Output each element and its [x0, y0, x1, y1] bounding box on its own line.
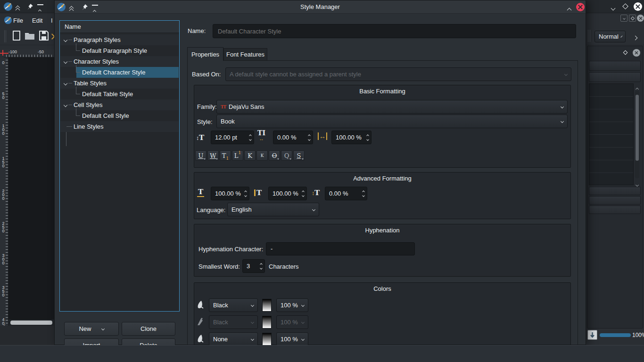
list-item[interactable] — [589, 173, 633, 173]
list-item[interactable] — [589, 160, 633, 160]
dialog-close-icon[interactable] — [576, 3, 585, 11]
language-select[interactable]: English — [227, 203, 319, 216]
palette-list[interactable] — [589, 83, 634, 185]
list-item[interactable] — [589, 147, 633, 148]
toolbar-overflow-icon[interactable] — [634, 34, 637, 41]
underline-button[interactable]: U — [195, 150, 206, 161]
stretch-spinbox[interactable]: 100.00 % — [331, 131, 372, 144]
font-family-select[interactable]: TT DejaVu Sans — [216, 100, 568, 114]
shade-icon[interactable] — [37, 4, 43, 5]
font-size-spinbox[interactable]: 12.00 pt — [211, 131, 254, 144]
background-color-select[interactable]: None — [209, 332, 258, 346]
style-tree[interactable]: Name Paragraph Styles Default Paragraph … — [59, 20, 180, 312]
fill-shade-swatch — [262, 299, 272, 312]
tree-connector — [76, 87, 80, 94]
all-caps-button[interactable]: K — [244, 150, 256, 161]
fill-shade-select[interactable]: 100 % — [276, 298, 308, 312]
tree-header[interactable]: Name — [60, 21, 179, 33]
clone-style-button[interactable]: Clone — [122, 322, 175, 336]
font-style-select[interactable]: Book — [216, 115, 568, 128]
superscript-button[interactable]: L1 — [232, 150, 243, 161]
page-down-button[interactable] — [587, 330, 597, 340]
outline-button[interactable]: Q — [281, 150, 292, 161]
based-on-select[interactable]: A default style cannot be assigned a par… — [225, 67, 571, 81]
new-document-icon[interactable] — [13, 31, 20, 41]
toolbar-handle[interactable] — [4, 30, 5, 42]
tree-item-default-table-style[interactable]: Default Table Style — [60, 89, 179, 99]
spin-up-icon[interactable] — [244, 190, 247, 193]
pin-icon[interactable] — [27, 3, 33, 10]
v-scale-spinbox[interactable]: 100.00 % — [268, 187, 307, 200]
keep-above-icon[interactable] — [16, 6, 19, 13]
style-name-input[interactable] — [213, 24, 576, 38]
tree-item-default-cell-style[interactable]: Default Cell Style — [60, 110, 179, 121]
palette-scrollbar[interactable] — [635, 91, 639, 178]
rollup-icon[interactable] — [568, 6, 571, 13]
background-shade-select[interactable]: 100 % — [276, 332, 308, 346]
list-item[interactable] — [589, 109, 633, 109]
tree-item-default-paragraph-style[interactable]: Default Paragraph Style — [60, 45, 179, 56]
tree-item-default-character-style[interactable]: Default Character Style — [60, 67, 179, 78]
spin-down-icon[interactable] — [244, 194, 247, 197]
h-scale-spinbox[interactable]: 100.00 % — [211, 187, 249, 200]
based-on-label: Based On: — [192, 71, 221, 78]
scrollbar-thumb[interactable] — [10, 321, 52, 325]
spin-down-icon[interactable] — [260, 267, 263, 270]
underline-words-button[interactable]: W — [207, 150, 219, 161]
small-caps-button[interactable]: K — [256, 150, 268, 161]
palette-close-icon[interactable] — [633, 49, 640, 57]
menu-edit[interactable]: Edit — [32, 17, 42, 24]
strikethrough-button[interactable]: O — [269, 150, 280, 161]
baseline-offset-spinbox[interactable]: 0.00 % — [325, 187, 367, 200]
palette-button-row[interactable] — [589, 206, 641, 214]
palette-button-row[interactable] — [589, 187, 641, 195]
open-folder-icon[interactable] — [25, 32, 35, 40]
view-mode-select[interactable]: Normal — [594, 31, 626, 42]
tab-font-features[interactable]: Font Features — [223, 48, 267, 61]
new-style-button[interactable]: New — [64, 322, 119, 336]
mdi-minimize-icon[interactable] — [620, 15, 627, 22]
list-item[interactable] — [589, 122, 633, 122]
stroke-shade-select[interactable]: 100 % — [276, 315, 308, 329]
spin-down-icon[interactable] — [366, 138, 369, 141]
palette-toolbar-row[interactable] — [589, 72, 641, 82]
mdi-close-icon[interactable] — [637, 15, 644, 22]
menu-file[interactable]: File — [13, 17, 23, 24]
palette-button-row[interactable] — [589, 196, 641, 205]
list-item[interactable] — [589, 96, 633, 97]
zoom-progress-label: 100% — [632, 332, 644, 338]
spin-down-icon[interactable] — [249, 138, 252, 141]
scrollbar-thumb[interactable] — [636, 95, 639, 161]
spin-up-icon[interactable] — [260, 263, 263, 266]
save-icon[interactable] — [39, 31, 49, 41]
spin-down-icon[interactable] — [362, 194, 365, 197]
fill-color-select[interactable]: Black — [209, 298, 258, 312]
close-icon[interactable] — [634, 2, 642, 11]
spin-up-icon[interactable] — [362, 190, 365, 193]
shadow-button[interactable]: S — [293, 150, 305, 161]
palette-float-icon[interactable] — [623, 50, 628, 55]
mdi-restore-icon[interactable] — [629, 15, 636, 22]
tab-properties[interactable]: Properties — [187, 47, 223, 61]
shade-icon[interactable] — [39, 7, 41, 14]
document-canvas[interactable] — [8, 58, 54, 320]
smallest-word-spinbox[interactable]: 3 — [242, 259, 265, 273]
spin-down-icon[interactable] — [308, 138, 311, 141]
palette-toolbar-row[interactable] — [589, 61, 641, 71]
spin-up-icon[interactable] — [302, 190, 305, 193]
spin-down-icon[interactable] — [302, 194, 305, 197]
hyphenation-char-input[interactable]: - — [266, 242, 415, 255]
subscript-button[interactable]: T1 — [220, 150, 231, 161]
menu-item-partial[interactable]: I — [51, 17, 53, 24]
spin-up-icon[interactable] — [308, 134, 311, 137]
horizontal-scrollbar[interactable] — [8, 320, 54, 326]
tree-item-line-styles[interactable]: Line Styles — [60, 121, 179, 132]
minimize-icon[interactable] — [611, 4, 615, 11]
list-item[interactable] — [589, 134, 633, 135]
tracking-spinbox[interactable]: 0.00 % — [273, 131, 313, 144]
spin-up-icon[interactable] — [249, 134, 252, 137]
toolbar-extension-icon[interactable] — [50, 33, 54, 40]
toolbar-handle[interactable] — [6, 30, 6, 42]
spin-up-icon[interactable] — [366, 134, 369, 137]
stroke-color-select[interactable]: Black — [209, 315, 258, 329]
